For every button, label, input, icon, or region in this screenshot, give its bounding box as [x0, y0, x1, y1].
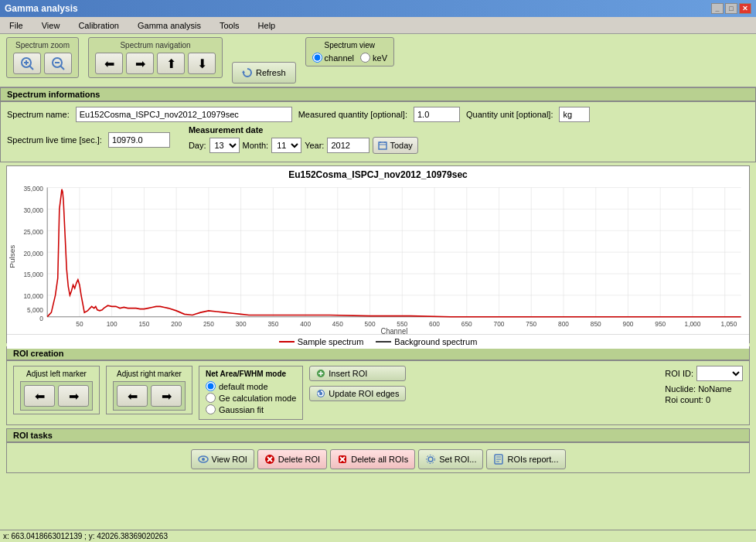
svg-text:15,000: 15,000 [23, 271, 43, 278]
roi-id-select[interactable] [696, 366, 743, 381]
svg-marker-7 [242, 70, 245, 73]
svg-text:Pulses: Pulses [9, 245, 17, 268]
svg-text:850: 850 [591, 320, 601, 328]
left-marker-right-button[interactable]: ➡ [58, 385, 89, 407]
zoom-in-button[interactable] [13, 53, 41, 74]
svg-text:1,000: 1,000 [685, 320, 701, 328]
left-marker-label: Adjust left marker [26, 370, 87, 378]
nav-down-button[interactable]: ⬇ [188, 53, 216, 74]
nav-right-button[interactable]: ➡ [126, 53, 154, 74]
set-roi-button[interactable]: Set ROI... [418, 449, 483, 469]
default-mode-radio[interactable] [206, 381, 216, 391]
zoom-out-button[interactable] [44, 53, 72, 74]
status-text: x: 663.0418663012139 ; y: 42026.38369020… [3, 532, 168, 540]
name-input[interactable] [76, 107, 292, 122]
svg-text:20,000: 20,000 [23, 249, 43, 257]
right-marker-btns: ⬅ ➡ [113, 381, 186, 411]
roi-id-area: ROI ID: Nuclide: NoName Roi count: 0 [665, 366, 743, 406]
svg-text:950: 950 [655, 320, 666, 328]
delete-all-icon [337, 454, 348, 465]
svg-text:100: 100 [107, 320, 117, 328]
menu-calibration[interactable]: Calibration [72, 19, 125, 32]
delete-roi-button[interactable]: Delete ROI [257, 449, 327, 469]
set-roi-label: Set ROI... [439, 455, 476, 464]
default-mode-label[interactable]: default mode [206, 381, 296, 391]
delete-all-rois-button[interactable]: Delete all ROIs [330, 449, 415, 469]
sample-legend: Sample spectrum [279, 337, 364, 346]
net-area-label: Net Area/FWHM mode [206, 370, 296, 378]
menu-file[interactable]: File [3, 19, 29, 32]
svg-text:25,000: 25,000 [23, 227, 43, 235]
menu-gamma-analysis[interactable]: Gamma analysis [131, 19, 207, 32]
left-marker-left-button[interactable]: ⬅ [24, 385, 55, 407]
window-title: Gamma analysis [5, 3, 78, 14]
spectrum-navigation-group: Spectrum navigation ⬅ ➡ ⬆ ⬇ [88, 37, 223, 78]
ge-calc-label[interactable]: Ge calculation mode [206, 393, 296, 403]
tasks-btn-row: View ROI Delete ROI Delete all ROIs [10, 449, 746, 469]
close-button[interactable]: ✕ [739, 3, 751, 14]
spectrum-info-header: Spectrum informations [0, 87, 756, 101]
insert-roi-button[interactable]: Insert ROI [309, 366, 406, 381]
tasks-header: ROI tasks [6, 428, 750, 442]
month-select[interactable]: 11 [271, 138, 301, 153]
menu-view[interactable]: View [36, 19, 66, 32]
roi-report-button[interactable]: ROIs report... [486, 449, 565, 469]
channel-radio-label[interactable]: channel [312, 53, 355, 63]
kev-radio[interactable] [360, 53, 370, 63]
tasks-content: View ROI Delete ROI Delete all ROIs [6, 442, 750, 473]
qty-unit-input[interactable] [559, 107, 590, 122]
today-button[interactable]: Today [373, 137, 417, 154]
spectrum-zoom-label: Spectrum zoom [15, 41, 70, 49]
roi-outer: ROI creation Adjust left marker ⬅ ➡ Adju… [6, 346, 750, 425]
svg-line-3 [29, 66, 33, 70]
kev-radio-label[interactable]: keV [360, 53, 387, 63]
right-marker-group: Adjust right marker ⬅ ➡ [106, 366, 192, 414]
view-roi-button[interactable]: View ROI [191, 449, 254, 469]
refresh-icon [242, 67, 253, 78]
svg-text:5,000: 5,000 [27, 306, 43, 314]
roi-action-buttons: Insert ROI Update ROI edges [309, 366, 406, 401]
live-time-input[interactable] [108, 132, 170, 148]
left-marker-btns: ⬅ ➡ [20, 381, 93, 411]
right-marker-left-button[interactable]: ⬅ [117, 385, 148, 407]
report-icon [493, 454, 504, 465]
nav-left-button[interactable]: ⬅ [95, 53, 123, 74]
menu-bar: File View Calibration Gamma analysis Too… [0, 17, 756, 34]
svg-text:Channel: Channel [380, 327, 407, 334]
menu-help[interactable]: Help [252, 19, 282, 32]
title-bar: Gamma analysis _ □ ✕ [0, 0, 756, 17]
right-marker-right-button[interactable]: ➡ [151, 385, 182, 407]
background-legend: Background spectrum [376, 337, 477, 346]
maximize-button[interactable]: □ [725, 3, 737, 14]
svg-text:1,050: 1,050 [720, 320, 737, 328]
svg-text:200: 200 [171, 320, 182, 328]
window-controls: _ □ ✕ [711, 3, 751, 14]
gaussian-label[interactable]: Gaussian fit [206, 404, 296, 414]
refresh-button[interactable]: Refresh [232, 62, 296, 84]
gaussian-radio[interactable] [206, 404, 216, 414]
day-label: Day: [189, 141, 206, 150]
ge-calc-radio[interactable] [206, 393, 216, 403]
svg-text:30,000: 30,000 [23, 206, 43, 214]
year-label: Year: [305, 141, 324, 150]
svg-text:800: 800 [558, 320, 569, 328]
day-select[interactable]: 13 [209, 138, 240, 153]
channel-radio[interactable] [312, 53, 322, 63]
nav-up-button[interactable]: ⬆ [157, 53, 185, 74]
update-roi-button[interactable]: Update ROI edges [309, 386, 406, 401]
background-legend-line [376, 341, 391, 343]
spectrum-view-label: Spectrum view [312, 41, 388, 49]
roi-report-label: ROIs report... [507, 455, 558, 464]
chart-legend: Sample spectrum Background spectrum [7, 334, 749, 349]
measured-qty-input[interactable] [414, 107, 460, 122]
minimize-button[interactable]: _ [711, 3, 724, 14]
menu-tools[interactable]: Tools [213, 19, 246, 32]
year-input[interactable] [327, 138, 369, 153]
svg-text:0: 0 [39, 315, 43, 322]
name-row: Spectrum name: Measured quantity [option… [7, 107, 749, 122]
measured-qty-label: Measured quantity [optional]: [298, 110, 407, 119]
roi-count-info: Roi count: 0 [665, 395, 743, 404]
delete-icon [264, 454, 275, 465]
svg-text:600: 600 [429, 320, 440, 328]
measurement-date-label: Measurement date [189, 125, 418, 135]
